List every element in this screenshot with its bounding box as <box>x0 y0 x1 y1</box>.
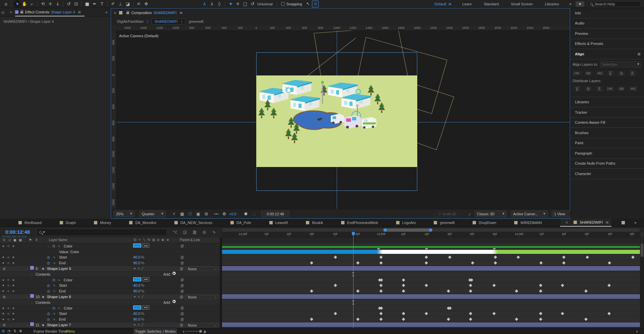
keyframe-diamond[interactable] <box>584 289 588 293</box>
layer-switch-icon[interactable]: ✦ <box>133 267 136 270</box>
rectangle-tool-icon[interactable]: ■ <box>84 1 91 7</box>
prev-keyframe-icon[interactable]: ◀ <box>2 311 4 317</box>
keyframe-diamond[interactable] <box>517 256 520 259</box>
contents-label[interactable]: Contents <box>36 300 50 305</box>
keyframe-diamond[interactable] <box>402 278 405 282</box>
timeline-tab-graph[interactable]: Graph <box>60 219 76 227</box>
keyframe-diamond[interactable] <box>425 312 428 316</box>
gradient-edit-icon[interactable]: ◄► <box>143 277 149 281</box>
layer-switch-icon[interactable]: ☼ <box>138 295 140 298</box>
distribute-top-icon[interactable] <box>573 86 582 92</box>
property-label[interactable]: Color <box>64 305 72 311</box>
3d-icon[interactable]: ⊛ <box>166 238 170 241</box>
set-keyframe-icon[interactable]: ◇ <box>7 311 9 317</box>
keyframe-diamond[interactable] <box>356 261 360 265</box>
prop-row[interactable]: ◀◇▶◷∿End90.0%@ <box>0 288 644 294</box>
project-tab-partial[interactable]: ct <box>0 10 7 14</box>
comp-marker-button[interactable] <box>640 232 644 237</box>
property-label[interactable]: Start <box>59 283 67 288</box>
color-swatch[interactable] <box>133 305 141 310</box>
panel-menu-icon[interactable]: ≡ <box>637 52 641 56</box>
timeline-tab-greenwifi[interactable]: greenwifi <box>434 219 454 227</box>
expander-icon[interactable]: ⌄ <box>31 300 33 305</box>
exposure-value[interactable]: +0.0 <box>229 212 236 216</box>
layer-name[interactable]: Shape Layer 9 <box>47 266 71 271</box>
pick-whip-icon[interactable]: @ <box>180 255 184 260</box>
prev-keyframe-icon[interactable]: ◀ <box>2 317 4 322</box>
stopwatch-icon[interactable]: ◷ <box>47 283 50 288</box>
property-value[interactable]: 90.0% <box>133 260 144 266</box>
usage-icon[interactable]: ✾ <box>19 329 22 333</box>
sidebar-panel-audio[interactable]: Audio <box>571 18 644 29</box>
adjustment-icon[interactable]: ◐ <box>161 238 165 241</box>
color-row[interactable]: ◀◇▶⌄◷∿Color◄►@▼▼▼▼▼▼ <box>0 243 644 249</box>
stopwatch-icon[interactable]: ◷ <box>47 317 50 322</box>
snapping-checkbox[interactable]: Snapping <box>281 2 302 6</box>
distribute-bottom-icon[interactable] <box>595 86 604 92</box>
layer-duration-bar[interactable] <box>222 266 640 271</box>
draft-3d-toggle[interactable]: ⬡Draft 3D <box>435 211 460 217</box>
workspace-libraries[interactable]: Libraries <box>539 2 565 6</box>
pick-whip-icon[interactable]: @ <box>180 288 184 294</box>
keyframe-marker[interactable]: ▼▼ <box>377 247 379 250</box>
timeline-tab-da_new_services[interactable]: DA_NEW_Services <box>174 219 212 227</box>
workspace-menu-icon[interactable]: ≡ <box>448 2 451 6</box>
timeline-vertical-scrollbar[interactable] <box>640 243 644 328</box>
property-label[interactable]: End <box>59 260 66 266</box>
live-update-icon[interactable]: ⧉ <box>2 329 5 333</box>
axis-view-tool-icon[interactable]: ◊ <box>216 1 223 7</box>
value-graph-icon[interactable]: ∿ <box>53 288 56 294</box>
property-label[interactable]: Color <box>64 243 72 249</box>
move-tool-icon[interactable]: ✛ <box>234 1 241 7</box>
video-eye-icon[interactable]: ⊙ <box>3 322 5 328</box>
value-number[interactable]: 90.0 <box>133 289 140 293</box>
keyframe-diamond[interactable] <box>607 284 611 287</box>
panel-menu-icon[interactable]: ≡ <box>77 10 81 14</box>
sidebar-panel-character[interactable]: Character <box>571 169 644 179</box>
stopwatch-icon[interactable]: ◷ <box>47 260 50 266</box>
layer-duration-bar[interactable] <box>222 294 640 299</box>
set-keyframe-icon[interactable]: ◇ <box>7 288 9 294</box>
keyframe-diamond[interactable] <box>515 289 518 293</box>
prev-keyframe-icon[interactable]: ◀ <box>2 305 4 311</box>
rotation-tool-icon[interactable]: ↺ <box>65 1 72 7</box>
prev-keyframe-icon[interactable]: ◀ <box>2 288 4 294</box>
value-graph-icon[interactable]: ∿ <box>53 311 56 317</box>
keyframe-diamond[interactable] <box>607 312 611 316</box>
timeline-ruler[interactable]: 12:00f10f20f30f40f50f13:00f10f20f30f40f5… <box>222 232 640 237</box>
pick-whip-icon[interactable]: @ <box>180 260 184 266</box>
zoom-slider-thumb[interactable] <box>199 330 202 333</box>
keyframe-diamond[interactable] <box>356 318 360 321</box>
current-time-display[interactable]: 0:00:12:48 <box>5 229 30 235</box>
timeline-tab-dropdown[interactable]: DropDown <box>473 219 496 227</box>
view-camera-dropdown[interactable]: Active Camer...▼ <box>511 211 548 217</box>
row-graph[interactable] <box>222 272 640 277</box>
next-keyframe-icon[interactable]: ▶ <box>13 305 14 311</box>
property-label[interactable]: Start <box>59 311 67 317</box>
navigator-range[interactable] <box>385 228 431 232</box>
row-graph[interactable] <box>222 260 640 266</box>
sidebar-panel-info[interactable]: Info <box>571 8 644 18</box>
contents-label[interactable]: Contents <box>36 272 50 277</box>
align-h-center-icon[interactable] <box>584 70 593 76</box>
next-keyframe-icon[interactable]: ▶ <box>13 311 14 317</box>
keyframe-diamond[interactable] <box>379 284 383 287</box>
value-graph-icon[interactable]: ∿ <box>58 243 60 249</box>
row-graph[interactable] <box>222 283 640 289</box>
gradient-edit-icon[interactable]: ◄► <box>143 305 149 310</box>
exposure-reset-icon[interactable]: ❂ <box>221 211 228 217</box>
layer-name[interactable]: Shape Layer 7 <box>47 322 71 328</box>
expander-icon[interactable]: › <box>48 305 49 311</box>
row-graph[interactable] <box>222 255 640 261</box>
prop-row[interactable]: ◀◇▶◷∿End90.0%@ <box>0 317 644 322</box>
pick-whip-icon[interactable]: @ <box>180 277 184 283</box>
layer-switch-icon[interactable]: ✦ <box>133 323 136 327</box>
vertical-ruler[interactable]: 40020002004006008001000120014001600 <box>111 31 116 209</box>
timeline-tab-revbased[interactable]: RevBased <box>18 219 42 227</box>
keyframe-diamond[interactable] <box>402 312 405 316</box>
property-label[interactable]: End <box>59 288 66 294</box>
keyframe-diamond[interactable] <box>539 284 542 287</box>
timeline-tab-booka[interactable]: BookA <box>306 219 323 227</box>
close-icon[interactable]: × <box>114 11 116 15</box>
pan-camera-tool-icon[interactable]: ✛ <box>47 1 54 7</box>
